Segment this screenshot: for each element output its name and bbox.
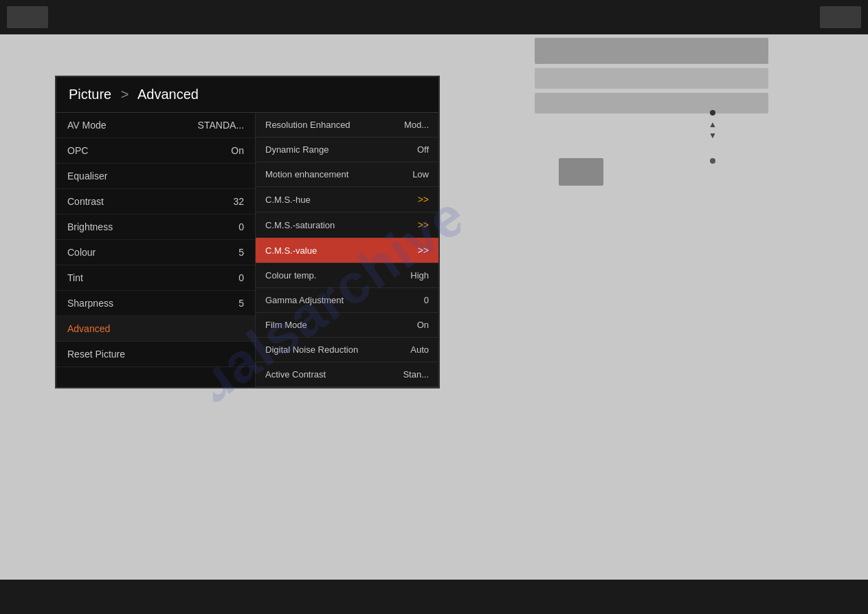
left-menu-item-brightness[interactable]: Brightness0: [56, 215, 255, 240]
right-submenu-item-digital-noise-reduction[interactable]: Digital Noise ReductionAuto: [256, 338, 438, 362]
left-menu-value: 32: [233, 196, 244, 207]
thumbnail-preview: [559, 158, 603, 186]
left-menu-value: 5: [238, 298, 244, 309]
left-menu-value: 5: [238, 247, 244, 258]
left-menu-label: Colour: [67, 247, 96, 258]
left-menu-label: OPC: [67, 145, 88, 156]
left-menu-label: AV Mode: [67, 120, 107, 131]
right-submenu-item-gamma-adjustment[interactable]: Gamma Adjustment0: [256, 288, 438, 313]
left-menu-item-av-mode[interactable]: AV ModeSTANDA...: [56, 113, 255, 138]
left-menu-value: On: [231, 145, 244, 156]
top-bar-right-button[interactable]: [820, 6, 861, 28]
submenu-label: Motion enhancement: [265, 169, 348, 179]
submenu-value: Off: [417, 144, 429, 155]
right-submenu-item-film-mode[interactable]: Film ModeOn: [256, 313, 438, 338]
breadcrumb-parent[interactable]: Picture: [69, 87, 111, 102]
chevron-icon: >>: [418, 219, 429, 230]
chevron-icon: >>: [418, 245, 429, 256]
left-menu-item-opc[interactable]: OPCOn: [56, 138, 255, 164]
breadcrumb-separator: >: [121, 87, 129, 102]
left-menu-item-equaliser[interactable]: Equaliser: [56, 164, 255, 189]
submenu-value: 0: [424, 295, 429, 305]
bottom-bar: [0, 580, 868, 614]
right-submenu-item-resolution-enhanced[interactable]: Resolution EnhancedMod...: [256, 113, 438, 138]
top-bar-left-button[interactable]: [7, 6, 48, 28]
scroll-dot-bottom: [710, 158, 715, 164]
left-menu-label: Reset Picture: [67, 349, 125, 360]
scroll-indicator: ▲ ▼: [709, 110, 717, 164]
submenu-label: Colour temp.: [265, 270, 316, 281]
right-submenu-item-colour-temp-[interactable]: Colour temp.High: [256, 263, 438, 288]
left-menu-label: Advanced: [67, 323, 110, 334]
submenu-value: Low: [412, 169, 429, 179]
left-menu-item-tint[interactable]: Tint0: [56, 265, 255, 291]
submenu-value: Mod...: [404, 120, 429, 130]
left-menu-item-colour[interactable]: Colour5: [56, 240, 255, 265]
left-menu-label: Sharpness: [67, 298, 113, 309]
right-bar-2: [535, 68, 768, 89]
submenu-label: C.M.S.-saturation: [265, 220, 335, 230]
left-menu-item-sharpness[interactable]: Sharpness5: [56, 291, 255, 316]
right-submenu-item-c-m-s--hue[interactable]: C.M.S.-hue>>: [256, 187, 438, 212]
right-panel: [535, 38, 768, 113]
right-bar-3: [535, 93, 768, 113]
submenu-value: Stan...: [403, 369, 429, 380]
menu-container: AV ModeSTANDA...OPCOnEqualiserContrast32…: [56, 113, 438, 387]
submenu-label: Digital Noise Reduction: [265, 344, 358, 355]
scroll-arrows[interactable]: ▲ ▼: [709, 120, 717, 140]
top-bar: [0, 0, 868, 34]
submenu-label: Resolution Enhanced: [265, 120, 350, 130]
right-submenu-item-active-contrast[interactable]: Active ContrastStan...: [256, 362, 438, 387]
right-submenu-item-dynamic-range[interactable]: Dynamic RangeOff: [256, 138, 438, 162]
submenu-label: C.M.S.-value: [265, 245, 317, 256]
scroll-up-arrow[interactable]: ▲: [709, 120, 717, 129]
submenu-label: Dynamic Range: [265, 144, 329, 155]
left-menu: AV ModeSTANDA...OPCOnEqualiserContrast32…: [56, 113, 256, 387]
breadcrumb-current: Advanced: [137, 87, 199, 102]
left-menu-label: Equaliser: [67, 171, 107, 182]
submenu-label: C.M.S.-hue: [265, 195, 311, 205]
left-menu-label: Tint: [67, 272, 83, 283]
left-menu-item-advanced[interactable]: Advanced: [56, 316, 255, 342]
right-submenu-item-motion-enhancement[interactable]: Motion enhancementLow: [256, 162, 438, 187]
scroll-dot-top: [710, 110, 715, 116]
submenu-value: Auto: [410, 344, 429, 355]
submenu-label: Film Mode: [265, 320, 307, 330]
left-menu-value: STANDA...: [198, 120, 244, 131]
left-menu-value: 0: [238, 272, 244, 283]
submenu-value: On: [417, 320, 429, 330]
left-menu-label: Contrast: [67, 196, 104, 207]
tv-panel: Picture > Advanced AV ModeSTANDA...OPCOn…: [55, 76, 440, 388]
submenu-label: Active Contrast: [265, 369, 326, 380]
left-menu-item-contrast[interactable]: Contrast32: [56, 189, 255, 215]
scroll-down-arrow[interactable]: ▼: [709, 131, 717, 140]
right-submenu-item-c-m-s--saturation[interactable]: C.M.S.-saturation>>: [256, 212, 438, 238]
chevron-icon: >>: [418, 194, 429, 205]
submenu-value: High: [410, 270, 429, 281]
submenu-label: Gamma Adjustment: [265, 295, 344, 305]
right-submenu: Resolution EnhancedMod...Dynamic RangeOf…: [256, 113, 438, 387]
breadcrumb: Picture > Advanced: [56, 77, 438, 113]
left-menu-label: Brightness: [67, 221, 113, 232]
left-menu-item-reset-picture[interactable]: Reset Picture: [56, 342, 255, 367]
right-bar-1: [535, 38, 768, 64]
left-menu-value: 0: [238, 221, 244, 232]
right-submenu-item-c-m-s--value[interactable]: C.M.S.-value>>: [256, 238, 438, 263]
